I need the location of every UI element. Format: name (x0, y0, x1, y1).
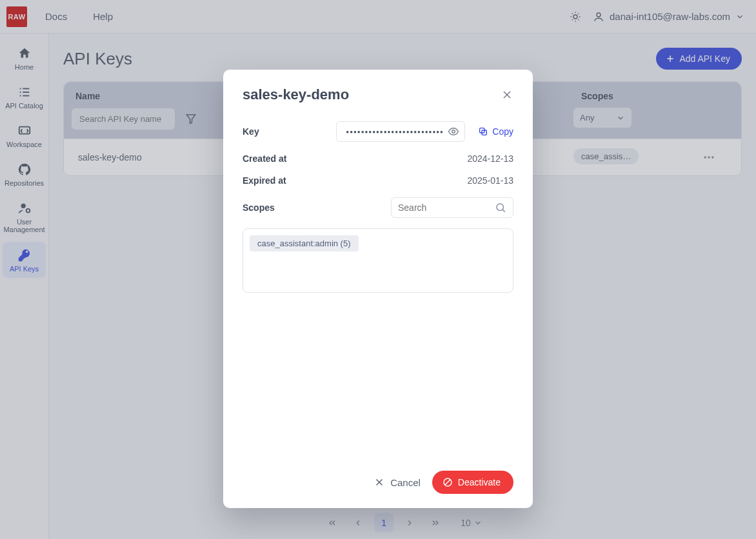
copy-key-button[interactable]: Copy (478, 126, 513, 137)
api-key-detail-modal: sales-key-demo Key ●●●●●●●●●●●●●●●●●●●●●… (223, 70, 533, 508)
cancel-button[interactable]: Cancel (373, 476, 421, 488)
svg-point-27 (452, 130, 455, 133)
key-value-box: ●●●●●●●●●●●●●●●●●●●●●●●●●●●● (336, 121, 465, 142)
modal-title: sales-key-demo (243, 86, 349, 103)
svg-point-30 (497, 204, 504, 211)
scopes-list: case_assistant:admin (5) (243, 228, 513, 293)
expired-value: 2025-01-13 (467, 175, 513, 186)
key-masked-value: ●●●●●●●●●●●●●●●●●●●●●●●●●●●● (346, 129, 444, 135)
created-label: Created at (243, 153, 320, 164)
deactivate-label: Deactivate (458, 477, 501, 487)
prohibit-icon (443, 477, 453, 487)
reveal-key-button[interactable] (448, 126, 459, 137)
cancel-label: Cancel (390, 477, 421, 488)
scope-search-input[interactable] (398, 202, 482, 213)
search-icon (495, 202, 506, 213)
copy-label: Copy (492, 126, 513, 137)
expired-label: Expired at (243, 175, 320, 186)
scope-search-box[interactable] (391, 197, 513, 218)
scope-tag: case_assistant:admin (5) (250, 235, 359, 251)
close-icon (373, 476, 385, 488)
deactivate-button[interactable]: Deactivate (432, 471, 513, 494)
copy-icon (478, 126, 488, 137)
created-value: 2024-12-13 (467, 153, 513, 164)
key-label: Key (243, 126, 320, 137)
svg-line-35 (445, 480, 450, 485)
close-button[interactable] (501, 88, 513, 101)
scopes-label: Scopes (243, 202, 320, 213)
svg-line-31 (502, 210, 504, 211)
